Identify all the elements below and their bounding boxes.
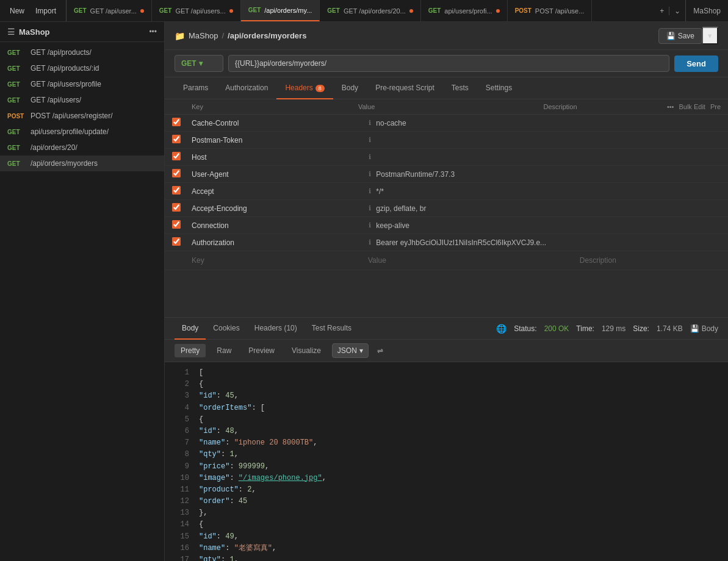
response-tab-headers--10-[interactable]: Headers (10) [247,318,305,340]
more-options-icon[interactable]: ••• [667,103,674,110]
info-icon[interactable]: ℹ [364,221,376,229]
tab-overflow-button[interactable]: ⌄ [669,7,685,15]
response-tab-cookies[interactable]: Cookies [206,318,247,340]
json-wrap-button[interactable]: ⇌ [373,344,387,357]
request-tab-params[interactable]: Params [175,77,217,99]
info-icon[interactable]: ℹ [364,153,376,161]
save-button[interactable]: 💾 Save [658,28,702,44]
row-key[interactable]: Host [189,153,364,162]
line-number: 11 [170,484,189,496]
request-tab-headers[interactable]: Headers8 [276,77,333,99]
tab-tab2[interactable]: GETGET /api/users... [152,0,241,21]
sidebar-path: /api/orders/myorders [31,159,98,168]
row-key[interactable]: Cache-Control [189,119,364,127]
sidebar-item-7[interactable]: GET/api/orders/myorders [0,155,164,171]
row-checkbox[interactable] [172,169,181,177]
empty-desc-placeholder[interactable]: Description [580,256,721,265]
row-value[interactable]: gzip, deflate, br [376,204,583,213]
hamburger-icon[interactable]: ☰ [7,27,15,37]
breadcrumb-folder[interactable]: MaShop [189,31,218,40]
row-checkbox[interactable] [172,152,181,160]
tab-text: Body [342,84,358,92]
response-tab-test-results[interactable]: Test Results [305,318,359,340]
empty-value-placeholder[interactable]: Value [368,256,580,265]
tab-tab1[interactable]: GETGET /api/user... [67,0,152,21]
row-value[interactable]: */* [376,187,583,196]
add-tab-button[interactable]: + [655,7,669,15]
sidebar-item-1[interactable]: GETGET /api/products/:id [0,60,164,76]
send-button[interactable]: Send [674,55,718,72]
info-icon[interactable]: ℹ [364,119,376,127]
request-tab-pre-request-script[interactable]: Pre-request Script [367,77,443,99]
row-key[interactable]: Accept-Encoding [189,204,364,213]
more-icon[interactable]: ••• [149,27,157,36]
info-icon[interactable]: ℹ [364,238,376,246]
line-number: 1 [170,367,189,379]
response-tab-body[interactable]: Body [175,318,206,340]
info-icon[interactable]: ℹ [364,136,376,144]
sidebar-item-2[interactable]: GETGET /api/users/profile [0,76,164,92]
row-checkbox[interactable] [172,220,181,229]
save-response-icon: 💾 [690,324,699,333]
new-button[interactable]: New [5,4,29,18]
tab-text: Authorization [225,84,268,92]
status-value: 200 OK [544,324,569,333]
json-tab-pretty[interactable]: Pretty [175,344,206,357]
sidebar-item-6[interactable]: GET/api/orders/20/ [0,140,164,155]
import-button[interactable]: Import [31,4,61,18]
sidebar-method: GET [7,145,27,151]
tab-tab4[interactable]: GETGET /api/orders/20... [320,0,420,21]
info-icon[interactable]: ℹ [364,204,376,212]
sidebar: ☰ MaShop ••• GETGET /api/products/GETGET… [0,22,165,561]
line-number: 17 [170,554,189,561]
sidebar-item-0[interactable]: GETGET /api/products/ [0,45,164,60]
json-format-select[interactable]: JSON▾ [332,343,369,358]
json-tab-raw[interactable]: Raw [211,344,237,357]
table-row: Cache-Control ℹ no-cache [165,115,728,132]
request-tab-tests[interactable]: Tests [443,77,477,99]
request-tab-settings[interactable]: Settings [477,77,521,99]
sidebar-item-3[interactable]: GETGET /api/users/ [0,92,164,108]
json-tab-preview[interactable]: Preview [242,344,281,357]
code-block[interactable]: 1 [ 2 { 3 "id": 45, 4 "orderItems": [ 5 … [165,362,728,561]
empty-key-placeholder[interactable]: Key [172,256,368,265]
sidebar-item-4[interactable]: POSTPOST /api/users/register/ [0,108,164,124]
sidebar-method: GET [7,81,27,88]
presets-btn[interactable]: Pre [710,103,721,110]
headers-rows: Cache-Control ℹ no-cache Postman-Token ℹ… [165,115,728,251]
row-key[interactable]: Authorization [189,238,364,247]
row-checkbox[interactable] [172,186,181,195]
bulk-edit-btn[interactable]: Bulk Edit [679,103,705,110]
row-checkbox[interactable] [172,118,181,126]
save-dropdown-button[interactable]: ▾ [702,27,718,45]
line-content: "qty": 1, [199,449,239,460]
row-value[interactable]: keep-alive [376,221,583,230]
sidebar-item-5[interactable]: GETapi/users/profile/update/ [0,124,164,140]
row-value[interactable]: no-cache [376,119,583,127]
row-key[interactable]: User-Agent [189,170,364,179]
tab-tab6[interactable]: POSTPOST /api/use... [508,0,593,21]
json-tab-visualize[interactable]: Visualize [286,344,327,357]
row-key[interactable]: Connection [189,221,364,230]
user-label[interactable]: MaShop [685,0,728,21]
row-key[interactable]: Accept [189,187,364,196]
info-icon[interactable]: ℹ [364,187,376,195]
sidebar-method: GET [7,65,27,72]
method-select[interactable]: GET ▾ [175,55,223,72]
code-line: 2 { [165,379,728,390]
row-checkbox[interactable] [172,237,181,246]
info-icon[interactable]: ℹ [364,170,376,178]
sidebar-title: MaShop [19,27,50,37]
row-checkbox[interactable] [172,203,181,212]
row-key[interactable]: Postman-Token [189,136,364,145]
request-tab-body[interactable]: Body [333,77,367,99]
request-tab-authorization[interactable]: Authorization [217,77,276,99]
row-value[interactable]: Bearer eyJhbGciOiJIUzI1NiIsInR5cCl6IkpXV… [376,238,583,247]
row-value[interactable]: PostmanRuntime/7.37.3 [376,170,583,179]
url-input[interactable] [228,55,669,72]
tab-tab3[interactable]: GET/api/orders/my... [241,0,320,21]
row-checkbox[interactable] [172,135,181,143]
save-response-button[interactable]: 💾 Body [690,324,718,333]
tab-tab5[interactable]: GETapi/users/profi... [421,0,508,21]
line-content: { [199,519,203,531]
